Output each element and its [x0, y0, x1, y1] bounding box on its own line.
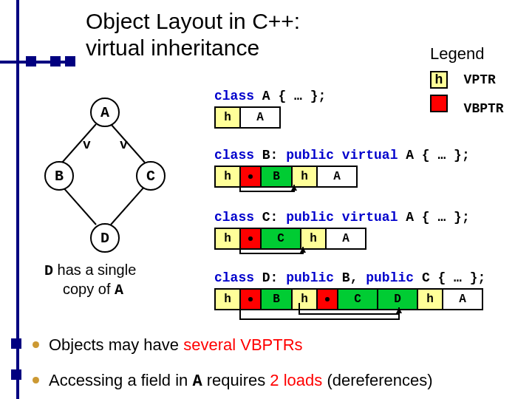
svg-marker-5: [300, 247, 306, 253]
node-A: A: [90, 98, 120, 127]
deco-bar-top: [0, 61, 72, 64]
page-title-line1: Object Layout in C++:: [86, 9, 300, 34]
decl-A: class A { … };: [214, 89, 326, 103]
legend-vbptr: VBPTR: [430, 95, 504, 116]
deco-square-4: [11, 338, 21, 349]
bullet-2: Accessing a field in A requires 2 loads …: [49, 371, 433, 391]
decl-D: class D: public B, public C { … };: [214, 270, 485, 285]
legend-title: Legend: [430, 44, 484, 64]
node-C: C: [136, 161, 166, 191]
node-B: B: [44, 161, 74, 191]
decl-B: class B: public virtual A { … };: [214, 148, 470, 163]
arrow-B: [214, 166, 347, 195]
node-D: D: [90, 223, 120, 253]
vbptr-swatch: [430, 95, 448, 112]
cell-A-A: A: [241, 108, 279, 127]
deco-square-3: [65, 56, 75, 66]
legend-vbptr-label: VBPTR: [464, 101, 504, 116]
deco-square-5: [11, 369, 21, 380]
caption-line1: D has a single: [44, 262, 136, 279]
cell-A-h: h: [216, 108, 241, 127]
legend-vptr: h VPTR: [430, 71, 496, 89]
deco-square-2: [50, 56, 61, 66]
svg-line-3: [111, 186, 145, 225]
legend-vptr-label: VPTR: [464, 72, 496, 87]
svg-line-1: [111, 124, 145, 163]
bullet-dot-icon: [33, 377, 39, 383]
v-label-right: v: [120, 137, 128, 152]
vptr-swatch: h: [430, 71, 448, 89]
page-title-line2: virtual inheritance: [86, 35, 259, 61]
bullet-1: Objects may have several VBPTRs: [49, 335, 303, 355]
deco-square-1: [26, 56, 36, 66]
arrow-D: [214, 288, 451, 325]
layout-A: h A: [214, 106, 281, 129]
arrow-C: [214, 228, 362, 257]
caption-line2: copy of A: [63, 281, 123, 299]
bullet-dot-icon: [33, 341, 39, 348]
decl-C: class C: public virtual A { … };: [214, 210, 470, 225]
svg-marker-4: [291, 185, 297, 191]
v-label-left: v: [83, 137, 91, 152]
svg-line-0: [62, 124, 96, 163]
svg-marker-6: [396, 307, 402, 313]
svg-line-2: [62, 186, 96, 225]
